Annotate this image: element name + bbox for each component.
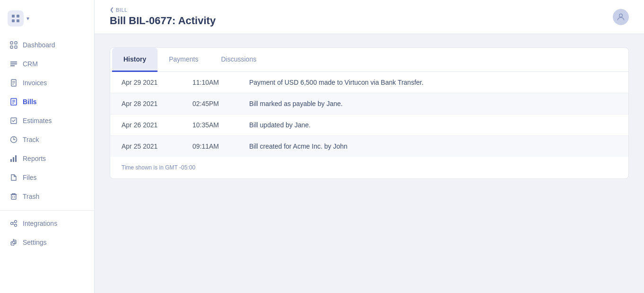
invoices-icon <box>9 79 18 87</box>
svg-rect-7 <box>15 46 17 48</box>
svg-rect-21 <box>10 159 12 162</box>
main-nav: Dashboard CRM Invoices Bills <box>0 36 94 287</box>
svg-rect-10 <box>10 65 15 66</box>
breadcrumb-area: ❮ BILL Bill BIL-0677: Activity <box>110 7 216 27</box>
row-date: Apr 25 2021 <box>122 142 192 150</box>
sidebar-item-files[interactable]: Files <box>0 169 94 186</box>
app-logo[interactable]: ▾ <box>0 6 94 36</box>
svg-rect-23 <box>15 155 17 162</box>
crm-icon <box>9 60 18 68</box>
content-area: History Payments Discussions Apr 29 2021… <box>95 34 644 293</box>
row-description: Bill updated by Jane. <box>249 121 617 129</box>
row-time: 02:45PM <box>192 100 249 107</box>
svg-rect-9 <box>10 63 17 64</box>
activity-card: History Payments Discussions Apr 29 2021… <box>110 47 629 179</box>
row-date: Apr 26 2021 <box>122 121 192 129</box>
sidebar-bottom: Integrations Settings <box>0 210 94 251</box>
row-description: Bill marked as payable by Jane. <box>249 100 617 107</box>
sidebar-item-invoices[interactable]: Invoices <box>0 74 94 92</box>
sidebar-item-integrations[interactable]: Integrations <box>0 214 94 232</box>
sidebar-item-estimates[interactable]: Estimates <box>0 112 94 130</box>
sidebar-item-label: Dashboard <box>23 41 55 49</box>
logo-chevron-icon: ▾ <box>26 15 29 22</box>
sidebar-item-label: Estimates <box>23 117 52 124</box>
row-description: Payment of USD 6,500 made to Virtucon vi… <box>249 79 617 86</box>
table-row: Apr 28 2021 02:45PM Bill marked as payab… <box>110 93 628 115</box>
tab-history[interactable]: History <box>112 48 157 72</box>
user-avatar[interactable] <box>613 9 629 25</box>
top-header: ❮ BILL Bill BIL-0677: Activity <box>95 0 644 34</box>
sidebar-item-label: CRM <box>23 60 38 68</box>
row-date: Apr 29 2021 <box>122 79 192 86</box>
timezone-note: Time shown is in GMT -05:00 <box>122 164 195 171</box>
sidebar-item-track[interactable]: Track <box>0 131 94 149</box>
svg-rect-8 <box>10 62 17 62</box>
table-row: Apr 29 2021 11:10AM Payment of USD 6,500… <box>110 72 628 93</box>
sidebar-item-label: Bills <box>23 98 37 106</box>
svg-rect-22 <box>13 157 14 162</box>
breadcrumb-chevron-icon: ❮ <box>110 7 114 13</box>
svg-rect-19 <box>11 118 17 124</box>
logo-icon <box>8 10 24 27</box>
sidebar-item-settings[interactable]: Settings <box>0 233 94 251</box>
page-title: Bill BIL-0677: Activity <box>110 15 216 27</box>
tab-payments[interactable]: Payments <box>157 48 209 72</box>
sidebar-item-dashboard[interactable]: Dashboard <box>0 36 94 54</box>
sidebar-item-label: Files <box>23 174 37 181</box>
main-area: ❮ BILL Bill BIL-0677: Activity History P… <box>95 0 644 293</box>
sidebar-item-label: Invoices <box>23 79 47 87</box>
row-time: 11:10AM <box>192 79 249 86</box>
history-footer: Time shown is in GMT -05:00 <box>110 157 628 178</box>
sidebar-item-bills[interactable]: Bills <box>0 93 94 111</box>
svg-rect-3 <box>17 19 19 22</box>
track-icon <box>9 135 18 144</box>
svg-point-28 <box>15 221 17 223</box>
row-time: 10:35AM <box>192 121 249 129</box>
table-row: Apr 26 2021 10:35AM Bill updated by Jane… <box>110 115 628 136</box>
reports-icon <box>9 154 18 163</box>
row-date: Apr 28 2021 <box>122 100 192 107</box>
integrations-icon <box>9 219 18 228</box>
sidebar-item-label: Integrations <box>23 220 57 227</box>
svg-rect-1 <box>17 15 19 18</box>
row-time: 09:11AM <box>192 142 249 150</box>
history-list: Apr 29 2021 11:10AM Payment of USD 6,500… <box>110 72 628 157</box>
sidebar-item-trash[interactable]: Trash <box>0 187 94 205</box>
svg-point-33 <box>619 14 623 17</box>
sidebar-item-reports[interactable]: Reports <box>0 150 94 168</box>
bills-icon <box>9 98 18 106</box>
sidebar: ▾ Dashboard CRM Invoices <box>0 0 95 293</box>
settings-icon <box>9 238 18 247</box>
estimates-icon <box>9 116 18 125</box>
files-icon <box>9 173 18 182</box>
trash-icon <box>9 192 18 201</box>
tabs-bar: History Payments Discussions <box>110 48 628 72</box>
svg-line-31 <box>13 224 15 225</box>
svg-rect-0 <box>12 15 15 18</box>
svg-point-29 <box>15 224 17 227</box>
table-row: Apr 25 2021 09:11AM Bill created for Acm… <box>110 136 628 157</box>
svg-rect-2 <box>12 19 15 22</box>
breadcrumb: ❮ BILL <box>110 7 216 13</box>
svg-rect-24 <box>11 195 16 199</box>
svg-rect-6 <box>10 46 13 48</box>
svg-line-30 <box>13 222 15 223</box>
breadcrumb-link[interactable]: BILL <box>116 7 128 13</box>
dashboard-icon <box>9 41 18 49</box>
svg-rect-4 <box>10 42 13 44</box>
row-description: Bill created for Acme Inc. by John <box>249 142 617 150</box>
sidebar-item-label: Reports <box>23 155 46 162</box>
svg-rect-5 <box>15 42 17 44</box>
sidebar-item-label: Settings <box>23 239 47 246</box>
sidebar-item-label: Track <box>23 136 39 143</box>
sidebar-item-crm[interactable]: CRM <box>0 55 94 73</box>
sidebar-item-label: Trash <box>23 193 39 200</box>
tab-discussions[interactable]: Discussions <box>209 48 268 72</box>
svg-point-27 <box>11 222 13 225</box>
